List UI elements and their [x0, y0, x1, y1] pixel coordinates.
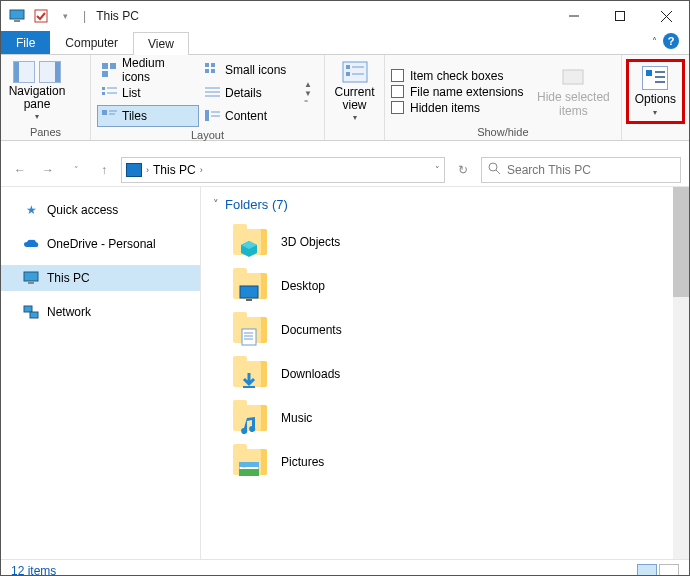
svg-rect-10 [205, 63, 209, 67]
address-dropdown-icon[interactable]: ˅ [435, 165, 440, 175]
folder-icon [231, 446, 269, 478]
layout-medium-icons[interactable]: Medium icons [97, 59, 199, 81]
svg-rect-16 [102, 92, 105, 95]
address-bar[interactable]: › This PC › ˅ [121, 157, 445, 183]
main-area: ★Quick access OneDrive - Personal This P… [1, 187, 689, 559]
folder-label: Downloads [281, 367, 340, 381]
hide-items-icon [559, 65, 587, 89]
minimize-button[interactable] [551, 1, 597, 31]
layout-list[interactable]: List [97, 82, 199, 104]
layout-content[interactable]: Content [200, 105, 302, 127]
collapse-ribbon-icon[interactable]: ˄ [652, 36, 657, 47]
folders-header[interactable]: ˅ Folders (7) [213, 197, 677, 212]
svg-rect-35 [24, 272, 38, 281]
check-file-name-extensions[interactable]: File name extensions [391, 85, 523, 99]
folder-pictures[interactable]: Pictures [213, 440, 677, 484]
check-item-check-boxes[interactable]: Item check boxes [391, 69, 523, 83]
layout-tiles[interactable]: Tiles [97, 105, 199, 127]
ribbon-tabs: File Computer View ˄ ? [1, 31, 689, 55]
recent-locations-icon[interactable]: ˅ [65, 159, 87, 181]
chevron-down-icon: ▾ [353, 114, 357, 123]
address-location: This PC [153, 163, 196, 177]
svg-rect-37 [24, 306, 32, 312]
close-button[interactable] [643, 1, 689, 31]
status-item-count: 12 items [11, 564, 56, 577]
pc-icon [126, 163, 142, 177]
content-pane: ˅ Folders (7) 3D Objects Desktop Documen… [201, 187, 689, 559]
chevron-down-icon: ▾ [35, 113, 39, 122]
current-view-button[interactable]: Current view ▾ [331, 60, 378, 123]
sidebar-item-quick-access[interactable]: ★Quick access [1, 197, 200, 223]
checkbox-icon [391, 69, 404, 82]
svg-rect-2 [35, 10, 47, 22]
scrollbar-thumb[interactable] [673, 187, 689, 297]
folder-icon [231, 226, 269, 258]
folder-label: 3D Objects [281, 235, 340, 249]
title-bar: ▾ | This PC [1, 1, 689, 31]
layout-gallery-arrows[interactable]: ▲▼⁼ [304, 80, 312, 107]
sidebar-item-this-pc[interactable]: This PC [1, 265, 200, 291]
svg-rect-32 [563, 70, 583, 84]
qat-dropdown-icon[interactable]: ▾ [55, 6, 75, 26]
group-show-hide: Item check boxes File name extensions Hi… [385, 55, 622, 140]
sidebar-item-network[interactable]: Network [1, 299, 200, 325]
folder-label: Pictures [281, 455, 324, 469]
folder-3d-objects[interactable]: 3D Objects [213, 220, 677, 264]
cloud-icon [23, 236, 39, 252]
search-box[interactable] [481, 157, 681, 183]
folder-desktop[interactable]: Desktop [213, 264, 677, 308]
scrollbar[interactable] [673, 187, 689, 559]
folder-music[interactable]: Music [213, 396, 677, 440]
up-button[interactable]: ↑ [93, 159, 115, 181]
tab-view[interactable]: View [133, 32, 189, 55]
layout-small-icons[interactable]: Small icons [200, 59, 302, 81]
forward-button[interactable]: → [37, 159, 59, 181]
layout-gallery: Medium icons Small icons List Details Ti… [97, 59, 302, 127]
pc-icon[interactable] [7, 6, 27, 26]
view-switcher [637, 564, 679, 577]
svg-rect-11 [211, 63, 215, 67]
back-button[interactable]: ← [9, 159, 31, 181]
chevron-down-icon: ▾ [653, 108, 657, 117]
properties-icon[interactable] [31, 6, 51, 26]
search-input[interactable] [507, 163, 674, 177]
svg-rect-47 [239, 469, 259, 476]
check-hidden-items[interactable]: Hidden items [391, 101, 523, 115]
svg-rect-14 [102, 87, 105, 90]
view-details-button[interactable] [637, 564, 657, 577]
sidebar-item-onedrive[interactable]: OneDrive - Personal [1, 231, 200, 257]
chevron-down-icon: ˅ [213, 198, 219, 211]
svg-rect-9 [102, 71, 108, 77]
svg-line-34 [496, 170, 500, 174]
folder-icon [231, 270, 269, 302]
svg-rect-38 [30, 312, 38, 318]
svg-rect-1 [14, 20, 20, 22]
layout-details[interactable]: Details [200, 82, 302, 104]
tab-computer[interactable]: Computer [50, 31, 133, 54]
svg-rect-49 [239, 462, 259, 467]
folder-downloads[interactable]: Downloads [213, 352, 677, 396]
group-options: Options ▾ [622, 55, 689, 140]
quick-access-toolbar: ▾ | [7, 6, 90, 26]
tab-file[interactable]: File [1, 31, 50, 54]
address-bar-row: ← → ˅ ↑ › This PC › ˅ ↻ [1, 153, 689, 187]
navigation-pane-button[interactable]: Navigation pane ▾ [7, 61, 67, 122]
options-button[interactable]: Options ▾ [626, 59, 685, 124]
group-show-hide-label: Show/hide [391, 126, 615, 138]
folder-documents[interactable]: Documents [213, 308, 677, 352]
refresh-button[interactable]: ↻ [451, 159, 475, 181]
view-large-icons-button[interactable] [659, 564, 679, 577]
chevron-right-icon[interactable]: › [200, 165, 203, 175]
svg-rect-12 [205, 69, 209, 73]
maximize-button[interactable] [597, 1, 643, 31]
group-layout: Medium icons Small icons List Details Ti… [91, 55, 325, 140]
help-icon[interactable]: ? [663, 33, 679, 49]
folder-icon [231, 358, 269, 390]
folder-label: Documents [281, 323, 342, 337]
svg-rect-39 [240, 286, 258, 298]
checkbox-icon [391, 85, 404, 98]
folder-icon [231, 402, 269, 434]
folder-label: Desktop [281, 279, 325, 293]
group-layout-label: Layout [97, 129, 318, 141]
group-panes-label: Panes [7, 126, 84, 138]
